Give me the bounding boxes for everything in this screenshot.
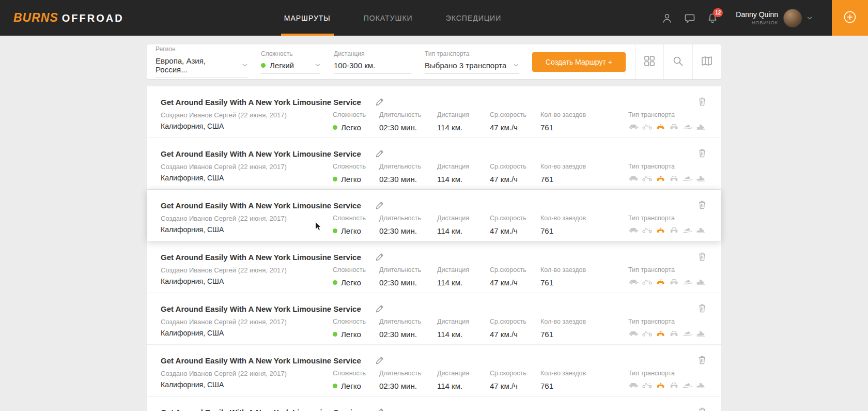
stat-rides-count: Кол-во заездов 761 xyxy=(540,111,628,138)
route-info: Get Around Easily With A New York Limous… xyxy=(161,252,333,293)
distance-input[interactable]: Дистанция 100-300 км. xyxy=(334,50,411,74)
edit-icon[interactable] xyxy=(375,200,385,210)
stat-label: Длительность xyxy=(379,111,437,118)
chevron-down-icon[interactable] xyxy=(807,17,812,20)
grid-view-button[interactable] xyxy=(635,44,663,79)
messages-icon[interactable] xyxy=(684,12,695,24)
delete-icon[interactable] xyxy=(697,199,707,210)
stat-label: Дистанция xyxy=(437,163,490,170)
jetski-icon xyxy=(695,381,706,389)
tab-expeditions[interactable]: ЭКСПЕДИЦИИ xyxy=(443,0,505,36)
stat-avg-speed: Ср.скорость 47 км./ч xyxy=(490,215,540,241)
edit-icon[interactable] xyxy=(375,252,385,262)
stat-label: Длительность xyxy=(379,266,437,273)
stat-value: Легко xyxy=(341,330,361,339)
delete-icon[interactable] xyxy=(697,96,707,107)
stat-difficulty: Сложность Легко xyxy=(333,318,379,344)
stat-avg-speed: Ср.скорость 47 км./ч xyxy=(490,318,540,344)
delete-icon[interactable] xyxy=(697,406,707,411)
stat-avg-speed: Ср.скорость 47 км./ч xyxy=(490,370,540,396)
tab-routes[interactable]: МАРШРУТЫ xyxy=(281,0,334,36)
logo-suffix: OFFROAD xyxy=(62,12,124,24)
transport-label: Тип транспорта xyxy=(425,50,519,57)
stat-value: 114 км. xyxy=(437,382,462,390)
edit-icon[interactable] xyxy=(375,303,385,314)
difficulty-select[interactable]: Сложность Легкий xyxy=(261,50,320,74)
transport-value: Выбрано 3 транспорта xyxy=(425,61,506,70)
stat-avg-speed: Ср.скорость 47 км./ч xyxy=(490,163,540,189)
route-card[interactable]: Get Around Easily With A New York Limous… xyxy=(147,86,721,138)
motorcycle-icon xyxy=(642,329,653,337)
search-icon xyxy=(672,55,684,69)
jetski-icon xyxy=(695,226,706,234)
stat-label: Длительность xyxy=(379,215,437,222)
stat-difficulty: Сложность Легко xyxy=(333,215,379,241)
route-info: Get Around Easily With A New York Limous… xyxy=(161,148,333,189)
edit-icon[interactable] xyxy=(375,407,385,411)
difficulty-dot xyxy=(333,177,337,181)
stat-value: 47 км./ч xyxy=(490,123,518,132)
map-view-button[interactable] xyxy=(692,44,721,79)
motorcycle-icon xyxy=(642,226,653,234)
transport-icons xyxy=(628,329,707,337)
edit-icon[interactable] xyxy=(375,97,385,107)
route-created: Создано Иванов Сергей (22 июня, 2017) xyxy=(161,163,333,171)
transport-select[interactable]: Тип транспорта Выбрано 3 транспорта xyxy=(425,50,519,74)
motorcycle-icon xyxy=(642,381,653,389)
stat-label: Кол-во заездов xyxy=(540,370,628,377)
stat-avg-speed: Ср.скорость 47 км./ч xyxy=(490,266,540,293)
route-card[interactable]: Get Around Easily With A New York Limous… xyxy=(147,138,721,190)
route-title: Get Around Easily With A New York Limous… xyxy=(161,201,361,210)
stat-value: 47 км./ч xyxy=(490,382,518,390)
delete-icon[interactable] xyxy=(697,251,707,262)
stat-label: Тип транспорта xyxy=(628,370,707,377)
route-stats: Сложность Легко Длительность 02:30 мин. … xyxy=(333,111,707,138)
route-card[interactable]: Get Around Easily With A New York Limous… xyxy=(147,345,721,397)
snowmobile-icon xyxy=(682,381,693,389)
stat-label: Ср.скорость xyxy=(490,318,540,325)
route-created: Создано Иванов Сергей (22 июня, 2017) xyxy=(161,318,333,326)
edit-icon[interactable] xyxy=(375,148,385,159)
route-title: Get Around Easily With A New York Limous… xyxy=(161,408,361,411)
atv-icon xyxy=(655,174,666,182)
search-button[interactable] xyxy=(663,44,692,79)
stat-label: Сложность xyxy=(333,163,379,170)
user-menu[interactable]: Danny Quinn НОВИЧОК xyxy=(736,9,812,27)
edit-icon[interactable] xyxy=(375,355,385,366)
distance-label: Дистанция xyxy=(334,50,411,57)
stat-value: 47 км./ч xyxy=(490,278,518,287)
region-select[interactable]: Регион Европа, Азия, Россия... xyxy=(156,45,247,78)
person-icon[interactable] xyxy=(661,12,673,24)
stat-value: Легко xyxy=(341,278,361,287)
stat-distance: Дистанция 114 км. xyxy=(437,111,490,138)
transport-icons xyxy=(628,226,707,234)
notifications-bell-icon[interactable]: 12 xyxy=(707,12,718,24)
route-card[interactable]: Get Around Easily With A New York Limous… xyxy=(147,293,721,345)
route-card[interactable]: Get Around Easily With A New York Limous… xyxy=(147,190,721,241)
stat-difficulty: Сложность Легко xyxy=(333,370,379,396)
avatar[interactable] xyxy=(783,9,802,27)
stat-rides-count: Кол-во заездов 761 xyxy=(540,266,628,293)
route-stats: Сложность Легко Длительность 02:30 мин. … xyxy=(333,266,707,293)
stat-label: Тип транспорта xyxy=(628,215,707,222)
transport-icons xyxy=(628,278,707,285)
route-card[interactable]: Get Around Easily With A New York Limous… xyxy=(147,241,721,293)
stat-value: 761 xyxy=(540,278,553,287)
map-icon xyxy=(701,55,713,69)
difficulty-dot xyxy=(333,229,337,233)
tab-rides[interactable]: ПОКАТУШКИ xyxy=(361,0,416,36)
transport-icons xyxy=(628,174,707,182)
delete-icon[interactable] xyxy=(697,302,707,314)
delete-icon[interactable] xyxy=(697,354,707,366)
stat-transport: Тип транспорта xyxy=(628,111,707,138)
add-button[interactable] xyxy=(832,0,868,36)
create-route-button[interactable]: Создать Маршрут + xyxy=(532,52,626,72)
delete-icon[interactable] xyxy=(697,147,707,159)
filter-bar: Регион Европа, Азия, Россия... Сложность… xyxy=(147,44,721,79)
stat-label: Сложность xyxy=(333,318,379,325)
stat-label: Ср.скорость xyxy=(490,215,540,222)
difficulty-value: Легкий xyxy=(270,61,294,70)
stat-label: Кол-во заездов xyxy=(540,266,628,273)
stat-distance: Дистанция 114 км. xyxy=(437,163,490,189)
route-card[interactable]: Get Around Easily With A New York Limous… xyxy=(147,397,721,411)
